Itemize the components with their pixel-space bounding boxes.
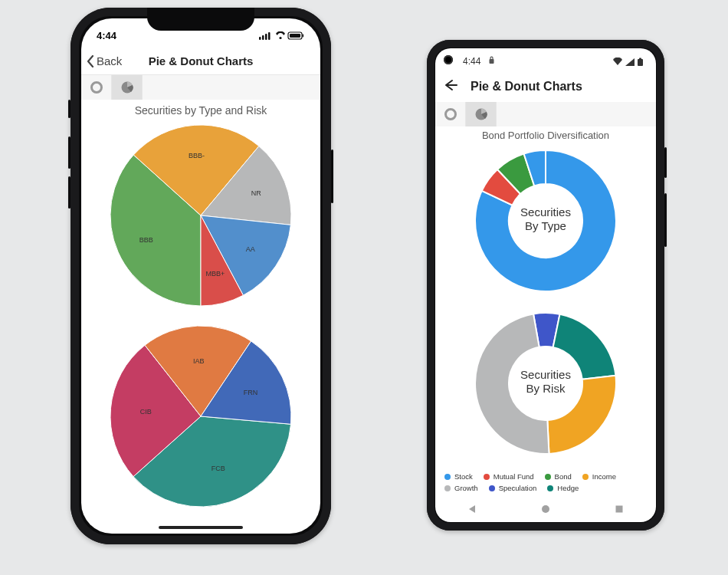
slice-label: FRN bbox=[244, 389, 258, 396]
donut-center-line: Securities bbox=[520, 368, 571, 381]
tab-donut[interactable] bbox=[435, 102, 466, 127]
android-status-bar: 4:44 bbox=[435, 48, 656, 71]
legend-item: Growth bbox=[444, 484, 478, 492]
ios-content: Securities by Type and Risk BBBBBB-NRAAM… bbox=[81, 75, 320, 526]
donut-center-line: By Type bbox=[525, 219, 566, 232]
status-time: 4:44 bbox=[97, 30, 116, 41]
legend-swatch bbox=[545, 474, 551, 480]
slice-label: FCB bbox=[212, 465, 225, 472]
android-app-bar: Pie & Donut Charts bbox=[435, 71, 656, 102]
legend-item: Mutual Fund bbox=[484, 472, 534, 481]
legend-label: Speculation bbox=[499, 484, 537, 492]
pie-icon bbox=[120, 80, 134, 94]
svg-rect-16 bbox=[616, 506, 623, 513]
chart-type-tabs bbox=[435, 102, 656, 127]
legend-swatch bbox=[547, 485, 553, 491]
volume-rocker bbox=[664, 193, 667, 247]
mute-switch bbox=[68, 100, 71, 118]
ios-nav-bar: Back Pie & Donut Charts bbox=[81, 48, 320, 75]
tab-pie[interactable] bbox=[112, 75, 143, 100]
pie-chart-1: BBBBBB-NRAAMBB+ bbox=[105, 120, 297, 311]
donut-icon bbox=[90, 80, 103, 94]
legend-label: Mutual Fund bbox=[494, 472, 534, 481]
volume-up-button bbox=[68, 136, 71, 169]
ios-screen: 4:44 bbox=[81, 18, 320, 534]
back-label: Back bbox=[97, 54, 122, 67]
status-right-cluster bbox=[612, 56, 645, 67]
volume-down-button bbox=[68, 176, 71, 209]
svg-rect-6 bbox=[303, 34, 304, 38]
svg-point-13 bbox=[445, 110, 455, 120]
legend-item: Hedge bbox=[547, 484, 579, 492]
notch bbox=[147, 8, 254, 31]
svg-point-4 bbox=[279, 37, 281, 39]
android-device-frame: 4:44 bbox=[427, 40, 664, 531]
svg-point-15 bbox=[542, 505, 549, 513]
slice-label: IAB bbox=[193, 357, 205, 365]
donut-icon bbox=[444, 107, 457, 121]
status-time: 4:44 bbox=[463, 56, 480, 67]
wifi-signal-battery-icon bbox=[612, 58, 645, 67]
legend-item: Bond bbox=[545, 472, 572, 481]
page-title: Pie & Donut Charts bbox=[471, 80, 582, 94]
legend-item: Stock bbox=[444, 472, 473, 481]
status-right-cluster bbox=[259, 30, 305, 41]
android-content: Bond Portfolio Diversification Securitie… bbox=[435, 102, 656, 498]
legend-item: Speculation bbox=[489, 484, 537, 492]
legend-swatch bbox=[444, 485, 451, 491]
svg-rect-7 bbox=[290, 34, 300, 38]
legend: StockMutual FundBondIncomeGrowthSpeculat… bbox=[435, 469, 656, 495]
android-system-nav bbox=[435, 499, 656, 522]
donut-chart-type: SecuritiesBy Type bbox=[469, 144, 622, 297]
iphone-device-frame: 4:44 bbox=[71, 8, 331, 544]
punch-hole-camera bbox=[444, 55, 453, 64]
nav-recents-button[interactable] bbox=[614, 504, 625, 518]
tab-donut[interactable] bbox=[81, 75, 112, 100]
back-button[interactable] bbox=[443, 79, 458, 94]
slice-label: CIB bbox=[140, 408, 152, 416]
slice-label: BBB bbox=[139, 236, 153, 244]
legend-label: Bond bbox=[555, 472, 572, 481]
lock-icon bbox=[488, 56, 495, 64]
pie-icon bbox=[474, 107, 488, 121]
section-title: Bond Portfolio Diversification bbox=[435, 130, 656, 141]
legend-swatch bbox=[444, 474, 451, 480]
legend-swatch bbox=[582, 474, 589, 480]
svg-rect-0 bbox=[259, 37, 261, 40]
nav-back-button[interactable] bbox=[467, 504, 477, 518]
svg-rect-1 bbox=[262, 35, 264, 40]
donut-center-line: By Risk bbox=[526, 382, 566, 395]
donut-center-line: Securities bbox=[520, 205, 571, 219]
android-screen: 4:44 bbox=[435, 48, 656, 522]
section-title: Securities by Type and Risk bbox=[81, 104, 320, 117]
svg-rect-10 bbox=[490, 59, 494, 64]
signal-wifi-battery-icon bbox=[259, 31, 305, 41]
legend-swatch bbox=[484, 474, 490, 480]
pie-chart-2: FCBCIBIABFRN bbox=[105, 320, 297, 512]
slice-label: NR bbox=[251, 189, 261, 197]
home-indicator[interactable] bbox=[159, 526, 243, 529]
svg-rect-12 bbox=[639, 58, 641, 59]
back-button[interactable]: Back bbox=[86, 54, 122, 67]
legend-swatch bbox=[489, 485, 495, 491]
power-button bbox=[331, 150, 333, 203]
power-button bbox=[664, 147, 667, 178]
tab-pie[interactable] bbox=[466, 102, 497, 127]
slice-label: AA bbox=[246, 245, 255, 253]
legend-label: Growth bbox=[454, 484, 478, 492]
svg-rect-3 bbox=[268, 32, 271, 40]
legend-label: Stock bbox=[454, 472, 473, 481]
arrow-left-icon bbox=[443, 79, 458, 91]
slice-label: BBB- bbox=[189, 152, 205, 159]
donut-chart-risk: SecuritiesBy Risk bbox=[469, 307, 622, 460]
chart-type-tabs bbox=[81, 75, 320, 100]
slice-label: MBB+ bbox=[205, 270, 225, 278]
nav-home-button[interactable] bbox=[540, 504, 551, 518]
svg-point-8 bbox=[91, 83, 101, 93]
chevron-left-icon bbox=[86, 55, 95, 67]
legend-label: Income bbox=[592, 472, 616, 481]
legend-item: Income bbox=[582, 472, 616, 481]
legend-label: Hedge bbox=[557, 484, 579, 492]
svg-rect-2 bbox=[265, 34, 267, 40]
svg-rect-11 bbox=[638, 59, 643, 66]
